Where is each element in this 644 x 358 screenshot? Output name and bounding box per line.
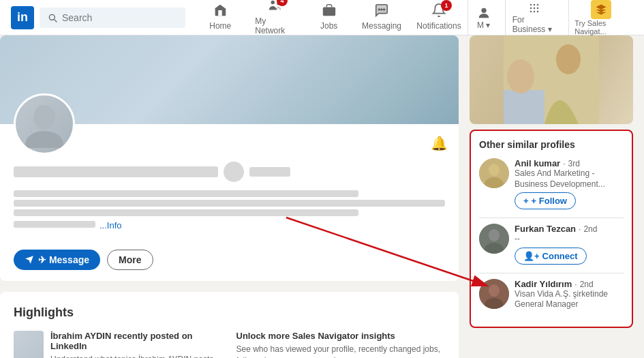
svg-point-3	[378, 9, 380, 10]
profile-card-furkan: Furkan Tezcan · 2nd -- 👤+ Connect	[479, 224, 624, 265]
notifications-icon: 1	[431, 3, 446, 21]
top-navigation: in Home 4 My Network Jobs	[0, 0, 644, 35]
nav-for-business-label: For Business ▾	[512, 15, 557, 34]
highlight-text-1: İbrahim AYDIN recently posted on LinkedI…	[50, 331, 223, 358]
anil-title: Sales And Marketing - Business Developme…	[515, 168, 624, 190]
svg-point-5	[384, 9, 385, 10]
nav-home-label: Home	[209, 21, 231, 31]
nav-item-notifications[interactable]: 1 Notifications	[410, 0, 467, 35]
highlight-thumb-1	[14, 331, 44, 358]
profile-card: 🔔 ...Info ✈ Message	[0, 35, 459, 281]
divider-1	[479, 218, 624, 218]
profile-icon-blur2	[249, 167, 290, 177]
svg-point-0	[271, 1, 275, 5]
my-network-icon: 4	[267, 0, 282, 16]
nav-items: Home 4 My Network Jobs Messaging 1	[196, 0, 467, 35]
nav-right-section: M ▾ For Business ▾ Try Sales Navigat...	[467, 0, 633, 35]
more-button[interactable]: More	[107, 250, 153, 270]
svg-point-6	[481, 8, 486, 12]
nav-item-my-network[interactable]: 4 My Network	[247, 0, 302, 35]
search-icon	[47, 12, 58, 23]
svg-point-13	[530, 10, 532, 12]
profile-card-anil: Anil kumar · 3rd Sales And Marketing - B…	[479, 158, 624, 209]
nav-me-item[interactable]: M ▾	[467, 0, 500, 35]
profile-line2	[14, 200, 445, 207]
highlight2-name: Unlock more Sales Navigator insights	[236, 331, 446, 341]
highlight-item-1: İbrahim AYDIN recently posted on LinkedI…	[14, 331, 223, 358]
anil-name: Anil kumar	[515, 158, 560, 168]
profile-info-link[interactable]: ...Info	[99, 220, 122, 230]
anil-degree-val: 3rd	[568, 159, 580, 168]
kadir-avatar	[479, 279, 509, 309]
profile-line1	[14, 190, 358, 197]
svg-point-11	[534, 7, 536, 9]
kadir-name: Kadir Yıldırım	[515, 279, 572, 289]
svg-point-26	[489, 229, 500, 241]
anil-avatar	[479, 158, 509, 188]
nav-try-sales-nav-label: Try Sales Navigat...	[574, 19, 628, 35]
right-sidebar: Other similar profiles Anil kumar · 3rd	[470, 35, 633, 358]
ad-figure	[470, 35, 633, 124]
highlight1-desc: Understand what topics İbrahim AYDIN pos…	[50, 354, 223, 358]
page-content: 🔔 ...Info ✈ Message	[0, 35, 644, 358]
similar-profiles-title: Other similar profiles	[479, 139, 624, 150]
svg-rect-20	[504, 90, 545, 124]
nav-jobs-label: Jobs	[320, 21, 337, 31]
svg-point-23	[489, 164, 500, 176]
svg-point-8	[534, 3, 536, 5]
furkan-degree: ·	[579, 224, 581, 234]
profile-card-kadir: Kadir Yıldırım · 2nd Visan Vida A.Ş. şir…	[479, 279, 624, 310]
kadir-degree: ·	[574, 280, 577, 289]
svg-rect-2	[323, 7, 335, 16]
jobs-icon	[322, 3, 337, 21]
profile-icon-blur	[224, 162, 244, 182]
svg-point-19	[556, 44, 581, 74]
furkan-info: Furkan Tezcan · 2nd -- 👤+ Connect	[515, 224, 624, 265]
highlight2-desc: See who has viewed your profile, recentl…	[236, 344, 446, 358]
connect-button-furkan[interactable]: 👤+ Connect	[515, 248, 587, 265]
highlights-title: Highlights	[14, 305, 445, 320]
nav-messaging-label: Messaging	[362, 21, 401, 31]
nav-item-jobs[interactable]: Jobs	[305, 0, 353, 35]
nav-my-network-label: My Network	[255, 16, 294, 35]
profile-line3	[14, 209, 358, 216]
bell-icon[interactable]: 🔔	[431, 135, 448, 151]
svg-point-10	[530, 7, 532, 9]
cover-photo	[0, 35, 459, 124]
highlights-grid: İbrahim AYDIN recently posted on LinkedI…	[14, 331, 445, 358]
divider-2	[479, 273, 624, 273]
furkan-title: --	[515, 234, 624, 245]
nav-me-label: M ▾	[477, 20, 490, 30]
kadir-info: Kadir Yıldırım · 2nd Visan Vida A.Ş. şir…	[515, 279, 624, 310]
nav-notifications-label: Notifications	[416, 21, 461, 31]
highlight-item-2: Unlock more Sales Navigator insights See…	[236, 331, 446, 358]
profile-actions: ✈ Message More	[0, 244, 459, 281]
nav-for-business-item[interactable]: For Business ▾	[505, 0, 564, 35]
furkan-name: Furkan Tezcan	[515, 224, 576, 234]
profile-line4	[14, 221, 95, 228]
nav-item-home[interactable]: Home	[196, 0, 244, 35]
svg-point-21	[507, 59, 534, 93]
highlights-section: Highlights İbrahim AYDIN recently posted…	[0, 292, 459, 358]
highlight-text-2: Unlock more Sales Navigator insights See…	[236, 331, 446, 358]
message-button[interactable]: ✈ Message	[14, 250, 100, 270]
svg-point-29	[489, 284, 500, 297]
furkan-degree-val: 2nd	[583, 224, 597, 234]
follow-button-anil[interactable]: + + Follow	[515, 192, 576, 209]
ad-banner	[470, 35, 633, 124]
linkedin-logo[interactable]: in	[11, 6, 34, 29]
nav-try-sales-nav-item[interactable]: Try Sales Navigat...	[568, 0, 633, 35]
profile-name-blur	[14, 166, 218, 177]
search-bar[interactable]	[40, 8, 185, 28]
svg-point-12	[537, 7, 539, 9]
svg-point-7	[530, 3, 532, 5]
home-icon	[213, 3, 228, 21]
search-input[interactable]	[62, 12, 178, 23]
svg-point-14	[534, 10, 536, 12]
svg-point-4	[381, 9, 382, 10]
kadir-degree-val: 2nd	[580, 280, 594, 289]
furkan-avatar	[479, 224, 509, 254]
anil-degree: ·	[563, 159, 565, 168]
anil-info: Anil kumar · 3rd Sales And Marketing - B…	[515, 158, 624, 209]
nav-item-messaging[interactable]: Messaging	[356, 0, 408, 35]
